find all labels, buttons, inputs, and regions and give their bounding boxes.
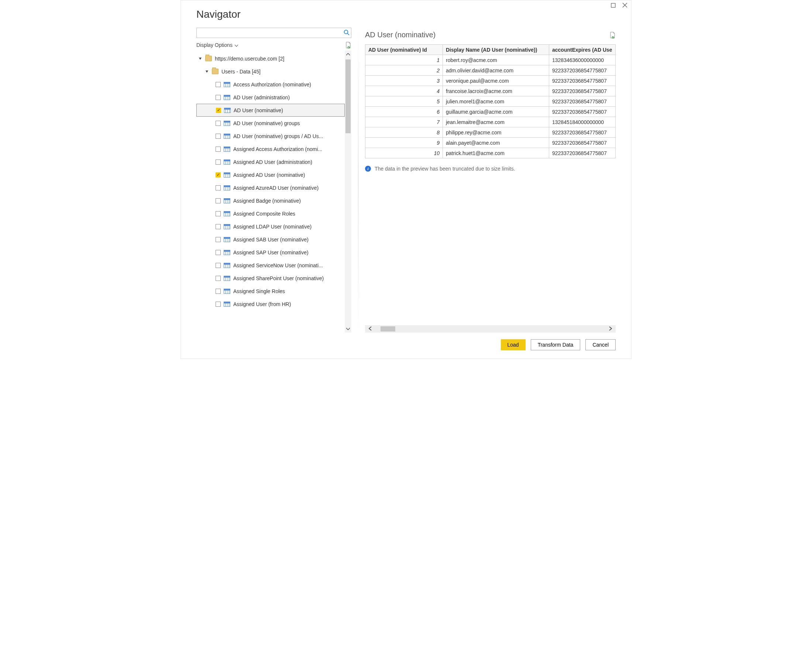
- vertical-scrollbar[interactable]: [345, 50, 351, 333]
- cancel-button[interactable]: Cancel: [585, 339, 616, 350]
- table-row[interactable]: 10patrick.huet1@acme.com9223372036854775…: [365, 148, 616, 158]
- table-cell: guillaume.garcia@acme.com: [443, 107, 549, 117]
- tree-item-label: Assigned ServiceNow User (nominati...: [233, 263, 345, 268]
- table-row[interactable]: 2adm.olivier.david@acme.com9223372036854…: [365, 65, 616, 76]
- table-row[interactable]: 5julien.morel1@acme.com92233720368547758…: [365, 96, 616, 107]
- tree-item[interactable]: AD User (administration): [196, 91, 345, 104]
- tree-item[interactable]: Assigned SAP User (nominative): [196, 246, 345, 259]
- checkbox[interactable]: [215, 198, 221, 203]
- checkbox[interactable]: [215, 95, 221, 100]
- checkbox[interactable]: [215, 159, 221, 165]
- tree-item[interactable]: Assigned AzureAD User (nominative): [196, 181, 345, 194]
- scroll-down-icon[interactable]: [345, 325, 351, 333]
- display-options-button[interactable]: Display Options: [196, 42, 238, 48]
- truncated-message: i The data in the preview has been trunc…: [365, 166, 616, 172]
- checkbox[interactable]: [215, 289, 221, 294]
- tree-item[interactable]: AD User (nominative) groups / AD Us...: [196, 130, 345, 142]
- tree-item[interactable]: Assigned AD User (administration): [196, 156, 345, 168]
- search-icon[interactable]: [343, 29, 350, 37]
- tree-item[interactable]: Assigned LDAP User (nominative): [196, 220, 345, 233]
- column-header[interactable]: Display Name (AD User (nominative)): [443, 45, 549, 55]
- tree-node-root[interactable]: https://demo.usercube.com [2]: [196, 52, 345, 65]
- tree-wrap: https://demo.usercube.com [2] Users - Da…: [196, 50, 351, 333]
- close-icon[interactable]: [622, 3, 627, 8]
- column-header[interactable]: AD User (nominative) Id: [365, 45, 443, 55]
- footer: Load Transform Data Cancel: [181, 333, 631, 359]
- column-header[interactable]: accountExpires (AD Use: [549, 45, 616, 55]
- tree-item[interactable]: Assigned User (from HR): [196, 298, 345, 310]
- table-row[interactable]: 9alain.payet@acme.com9223372036854775807: [365, 138, 616, 148]
- table-cell: 9223372036854775807: [549, 65, 616, 76]
- page-title: Navigator: [196, 9, 616, 20]
- display-options-label: Display Options: [196, 42, 232, 48]
- tree-item-label: AD User (nominative): [234, 107, 344, 113]
- checkbox[interactable]: [215, 276, 221, 281]
- checkbox[interactable]: [215, 147, 221, 152]
- table-row[interactable]: 6guillaume.garcia@acme.com92233720368547…: [365, 107, 616, 117]
- preview-title: AD User (nominative): [365, 31, 435, 39]
- scroll-thumb[interactable]: [345, 60, 351, 133]
- tree-item[interactable]: Assigned Composite Roles: [196, 207, 345, 220]
- info-icon: i: [365, 166, 371, 172]
- table-cell: 9223372036854775807: [549, 76, 616, 86]
- truncated-text: The data in the preview has been truncat…: [375, 166, 515, 172]
- checkbox[interactable]: [215, 224, 221, 229]
- checkbox[interactable]: [215, 82, 221, 87]
- tree-item[interactable]: AD User (nominative) groups: [196, 117, 345, 130]
- table-cell: julien.morel1@acme.com: [443, 96, 549, 107]
- table-row[interactable]: 4francoise.lacroix@acme.com9223372036854…: [365, 86, 616, 96]
- table-icon: [224, 276, 230, 281]
- checkbox[interactable]: [215, 211, 221, 216]
- table-row[interactable]: 7jean.lemaitre@acme.com13284518400000000…: [365, 117, 616, 127]
- checkbox[interactable]: ✓: [215, 173, 221, 177]
- horizontal-scrollbar[interactable]: [365, 325, 616, 333]
- checkbox[interactable]: [215, 263, 221, 268]
- tree-item[interactable]: Access Authorization (nominative): [196, 78, 345, 91]
- table-row[interactable]: 1robert.roy@acme.com132834636000000000: [365, 55, 616, 65]
- load-button[interactable]: Load: [501, 339, 526, 350]
- tree-item-label: Assigned User (from HR): [233, 301, 345, 307]
- table-cell: 9223372036854775807: [549, 138, 616, 148]
- tree-item-label: Assigned SAB User (nominative): [233, 237, 345, 243]
- search-input[interactable]: [200, 29, 343, 36]
- scroll-left-icon[interactable]: [365, 326, 375, 332]
- table-cell: 6: [365, 107, 443, 117]
- tree-item[interactable]: ✓AD User (nominative): [196, 104, 345, 117]
- scroll-thumb[interactable]: [380, 326, 395, 331]
- tree-node-group[interactable]: Users - Data [45]: [196, 65, 345, 78]
- query-tree: https://demo.usercube.com [2] Users - Da…: [196, 50, 345, 333]
- checkbox[interactable]: ✓: [216, 108, 221, 113]
- scroll-up-icon[interactable]: [345, 50, 351, 58]
- tree-item[interactable]: Assigned Badge (nominative): [196, 194, 345, 207]
- checkbox[interactable]: [215, 302, 221, 307]
- transform-data-button[interactable]: Transform Data: [531, 339, 581, 350]
- table-cell: 4: [365, 86, 443, 96]
- table-icon: [224, 134, 230, 139]
- refresh-icon[interactable]: [345, 42, 351, 48]
- search-box[interactable]: [196, 28, 351, 38]
- table-icon: [224, 185, 230, 191]
- checkbox[interactable]: [215, 134, 221, 139]
- tree-item[interactable]: Assigned Single Roles: [196, 285, 345, 298]
- checkbox[interactable]: [215, 250, 221, 255]
- maximize-icon[interactable]: [611, 3, 616, 8]
- checkbox[interactable]: [215, 237, 221, 242]
- svg-point-3: [344, 30, 348, 34]
- table-row[interactable]: 3veronique.paul@acme.com9223372036854775…: [365, 76, 616, 86]
- checkbox[interactable]: [215, 121, 221, 126]
- scroll-right-icon[interactable]: [605, 326, 616, 332]
- table-icon: [224, 250, 230, 255]
- checkbox[interactable]: [215, 185, 221, 191]
- titlebar-controls: [611, 3, 627, 8]
- tree-item[interactable]: Assigned Access Authorization (nomi...: [196, 142, 345, 156]
- options-row: Display Options: [196, 42, 351, 48]
- table-cell: 9223372036854775807: [549, 107, 616, 117]
- table-icon: [224, 289, 230, 294]
- table-row[interactable]: 8philippe.rey@acme.com922337203685477580…: [365, 127, 616, 138]
- tree-item[interactable]: Assigned SAB User (nominative): [196, 233, 345, 246]
- table-cell: alain.payet@acme.com: [443, 138, 549, 148]
- tree-item[interactable]: Assigned SharePoint User (nominative): [196, 272, 345, 285]
- tree-item[interactable]: Assigned ServiceNow User (nominati...: [196, 259, 345, 272]
- refresh-preview-icon[interactable]: [610, 32, 616, 38]
- tree-item[interactable]: ✓Assigned AD User (nominative): [196, 168, 345, 181]
